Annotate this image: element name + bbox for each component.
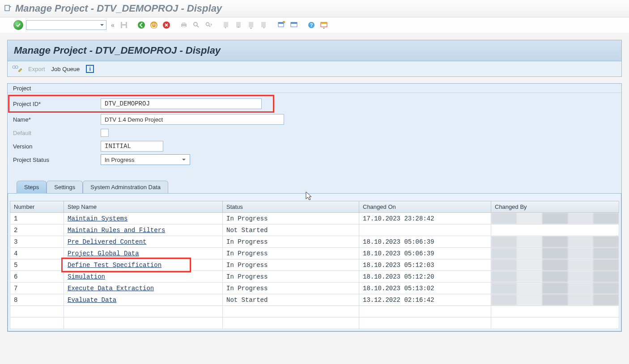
app-toolbar: Export Job Queue i — [7, 61, 622, 77]
toggle-edit-icon[interactable] — [12, 65, 22, 73]
cell-number: 7 — [10, 283, 64, 294]
cell-step[interactable]: Project Global Data — [64, 248, 223, 259]
layout-icon[interactable] — [319, 20, 329, 30]
collapse-toolbar-icon[interactable]: « — [109, 21, 116, 29]
cell-changed-on: 18.10.2023 05:12:03 — [359, 259, 491, 271]
col-changed-on[interactable]: Changed On — [359, 201, 491, 213]
cell-status: Not Started — [223, 224, 359, 236]
svg-rect-24 — [321, 22, 327, 24]
cell-status: In Progress — [223, 259, 359, 271]
svg-rect-8 — [182, 22, 186, 24]
svg-rect-9 — [182, 26, 186, 28]
next-page-icon[interactable] — [246, 20, 256, 30]
first-page-icon[interactable] — [221, 20, 231, 30]
back-icon[interactable] — [136, 20, 146, 30]
col-step[interactable]: Step Name — [64, 201, 223, 213]
cell-number: 5 — [10, 259, 64, 271]
col-status[interactable]: Status — [223, 201, 359, 213]
svg-rect-20 — [291, 22, 297, 24]
window-title: Manage Project - DTV_DEMOPROJ - Display — [15, 3, 222, 14]
job-queue-link[interactable]: Job Queue — [51, 66, 80, 72]
cell-step[interactable]: Execute Data Extraction — [64, 283, 223, 294]
svg-point-18 — [283, 21, 285, 23]
tab-settings[interactable]: Settings — [47, 181, 83, 193]
svg-rect-17 — [278, 22, 284, 24]
svg-point-4 — [138, 21, 145, 29]
info-icon[interactable]: i — [86, 65, 94, 73]
prev-page-icon[interactable] — [234, 20, 244, 30]
project-id-label: Project ID* — [11, 101, 101, 107]
dropdown-icon — [182, 157, 186, 162]
name-field[interactable]: DTV 1.4 Demo Project — [101, 114, 284, 125]
svg-point-11 — [206, 23, 209, 26]
cell-step[interactable]: Simulation — [64, 271, 223, 283]
project-group: Project Project ID* DTV_DEMOPROJ Name* D… — [7, 83, 622, 332]
svg-rect-25 — [323, 28, 324, 29]
table-row[interactable]: 6 Simulation In Progress 18.10.2023 05:1… — [10, 271, 619, 283]
col-changed-by[interactable]: Changed By — [491, 201, 619, 213]
save-icon[interactable] — [119, 20, 129, 30]
table-row[interactable]: 4 Project Global Data In Progress 18.10.… — [10, 248, 619, 259]
tab-body: Number Step Name Status Changed On Chang… — [8, 193, 621, 331]
svg-rect-0 — [5, 5, 9, 11]
default-label: Default — [11, 130, 101, 136]
command-field[interactable] — [26, 20, 106, 30]
status-label: Project Status — [11, 157, 101, 163]
tab-steps[interactable]: Steps — [17, 181, 47, 194]
default-checkbox[interactable] — [101, 129, 109, 137]
svg-rect-2 — [122, 22, 126, 24]
cell-changed-on — [359, 224, 491, 236]
version-field[interactable]: INITIAL — [101, 141, 163, 152]
app-menu-icon[interactable] — [4, 5, 12, 12]
cell-step[interactable]: Pre Delivered Content — [64, 236, 223, 248]
table-row[interactable]: 1 Maintain Systems In Progress 17.10.202… — [10, 213, 619, 224]
page-title-panel: Manage Project - DTV_DEMOPROJ - Display — [7, 40, 622, 61]
table-row[interactable]: 5 Define Test Specification In Progress … — [10, 259, 619, 271]
cell-changed-on: 18.10.2023 05:13:02 — [359, 283, 491, 294]
find-icon[interactable] — [191, 20, 201, 30]
window-title-bar: Manage Project - DTV_DEMOPROJ - Display — [0, 0, 629, 17]
cell-number: 1 — [10, 213, 64, 224]
exit-icon[interactable] — [149, 20, 159, 30]
table-row[interactable]: 8 Evaluate Data Not Started 13.12.2022 0… — [10, 294, 619, 306]
cancel-icon[interactable] — [162, 20, 171, 30]
cell-status: In Progress — [223, 271, 359, 283]
tabs: Steps Settings System Adminstration Data — [8, 181, 621, 193]
table-row[interactable]: 2 Maintain Rules and Filters Not Started — [10, 224, 619, 236]
cell-number: 3 — [10, 236, 64, 248]
new-session-icon[interactable] — [276, 20, 286, 30]
enter-button[interactable] — [13, 20, 23, 30]
table-row[interactable]: 3 Pre Delivered Content In Progress 18.1… — [10, 236, 619, 248]
svg-point-27 — [15, 66, 18, 68]
project-group-title: Project — [8, 84, 621, 93]
status-select[interactable]: In Progress — [101, 154, 190, 165]
help-icon[interactable]: ? — [306, 20, 316, 30]
print-icon[interactable] — [179, 20, 189, 30]
cell-status: In Progress — [223, 248, 359, 259]
cell-changed-on: 18.10.2023 05:06:39 — [359, 236, 491, 248]
project-id-field[interactable]: DTV_DEMOPROJ — [101, 98, 262, 109]
cell-changed-by — [491, 236, 619, 248]
cell-changed-by — [491, 224, 619, 236]
cell-step[interactable]: Evaluate Data — [64, 294, 223, 306]
name-label: Name* — [11, 116, 101, 123]
cell-number: 8 — [10, 294, 64, 306]
cell-step[interactable]: Define Test Specification — [64, 259, 223, 271]
tab-sysadmin[interactable]: System Adminstration Data — [83, 181, 168, 193]
cell-changed-by — [491, 283, 619, 294]
cell-step[interactable]: Maintain Systems — [64, 213, 223, 224]
find-next-icon[interactable] — [204, 20, 214, 30]
cell-changed-by — [491, 248, 619, 259]
project-id-highlight: Project ID* DTV_DEMOPROJ — [8, 95, 274, 113]
cell-number: 2 — [10, 224, 64, 236]
steps-table: Number Step Name Status Changed On Chang… — [10, 201, 619, 329]
create-shortcut-icon[interactable] — [289, 20, 299, 30]
cell-step[interactable]: Maintain Rules and Filters — [64, 224, 223, 236]
cell-changed-by — [491, 213, 619, 224]
table-row[interactable]: 7 Execute Data Extraction In Progress 18… — [10, 283, 619, 294]
last-page-icon[interactable] — [259, 20, 269, 30]
export-link: Export — [28, 66, 45, 72]
svg-point-10 — [194, 22, 197, 26]
dropdown-icon — [100, 23, 104, 27]
col-number[interactable]: Number — [10, 201, 64, 213]
